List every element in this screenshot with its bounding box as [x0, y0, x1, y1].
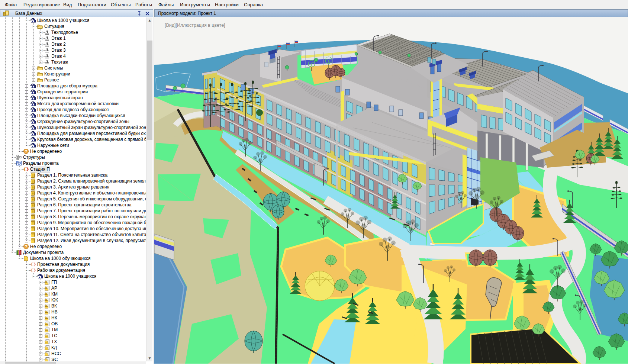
svg-text:?: ?	[25, 245, 27, 249]
svg-text:?: ?	[25, 149, 27, 154]
